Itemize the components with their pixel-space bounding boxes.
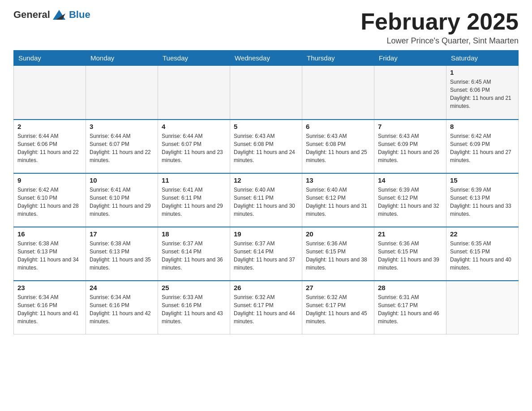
day-number: 11 bbox=[162, 176, 226, 184]
calendar-cell: 5Sunrise: 6:43 AMSunset: 6:08 PMDaylight… bbox=[230, 120, 302, 173]
calendar-cell bbox=[230, 66, 302, 120]
calendar-cell: 10Sunrise: 6:41 AMSunset: 6:10 PMDayligh… bbox=[86, 173, 158, 227]
calendar-cell: 13Sunrise: 6:40 AMSunset: 6:12 PMDayligh… bbox=[302, 173, 374, 227]
day-number: 25 bbox=[162, 284, 226, 291]
day-number: 6 bbox=[306, 123, 370, 130]
day-info: Sunrise: 6:42 AMSunset: 6:09 PMDaylight:… bbox=[450, 132, 515, 164]
calendar-cell: 22Sunrise: 6:35 AMSunset: 6:15 PMDayligh… bbox=[446, 227, 519, 281]
calendar-week-row: 23Sunrise: 6:34 AMSunset: 6:16 PMDayligh… bbox=[14, 281, 519, 334]
calendar-week-row: 2Sunrise: 6:44 AMSunset: 6:06 PMDaylight… bbox=[14, 120, 519, 173]
day-number: 13 bbox=[306, 176, 370, 184]
weekday-header-sunday: Sunday bbox=[14, 51, 86, 66]
day-info: Sunrise: 6:34 AMSunset: 6:16 PMDaylight:… bbox=[90, 293, 154, 325]
day-number: 19 bbox=[234, 230, 298, 238]
calendar-cell: 11Sunrise: 6:41 AMSunset: 6:11 PMDayligh… bbox=[158, 173, 230, 227]
calendar-cell bbox=[14, 66, 86, 120]
calendar-cell: 18Sunrise: 6:37 AMSunset: 6:14 PMDayligh… bbox=[158, 227, 230, 281]
page-header: General Blue February 2025 Lower Prince'… bbox=[13, 9, 519, 46]
page-title: February 2025 bbox=[360, 9, 519, 34]
calendar-cell: 20Sunrise: 6:36 AMSunset: 6:15 PMDayligh… bbox=[302, 227, 374, 281]
calendar-cell: 16Sunrise: 6:38 AMSunset: 6:13 PMDayligh… bbox=[14, 227, 86, 281]
day-info: Sunrise: 6:38 AMSunset: 6:13 PMDaylight:… bbox=[90, 240, 154, 272]
calendar-cell: 27Sunrise: 6:32 AMSunset: 6:17 PMDayligh… bbox=[302, 281, 374, 334]
logo-icon bbox=[53, 10, 65, 20]
day-number: 2 bbox=[17, 123, 82, 130]
calendar-cell: 26Sunrise: 6:32 AMSunset: 6:17 PMDayligh… bbox=[230, 281, 302, 334]
day-number: 4 bbox=[162, 123, 226, 130]
day-info: Sunrise: 6:36 AMSunset: 6:15 PMDaylight:… bbox=[306, 240, 370, 272]
weekday-header-friday: Friday bbox=[374, 51, 446, 66]
day-info: Sunrise: 6:35 AMSunset: 6:15 PMDaylight:… bbox=[450, 240, 515, 272]
calendar-cell: 17Sunrise: 6:38 AMSunset: 6:13 PMDayligh… bbox=[86, 227, 158, 281]
calendar-cell: 24Sunrise: 6:34 AMSunset: 6:16 PMDayligh… bbox=[86, 281, 158, 334]
calendar-cell: 19Sunrise: 6:37 AMSunset: 6:14 PMDayligh… bbox=[230, 227, 302, 281]
day-number: 10 bbox=[90, 176, 154, 184]
day-number: 24 bbox=[90, 284, 154, 291]
day-info: Sunrise: 6:40 AMSunset: 6:12 PMDaylight:… bbox=[306, 186, 370, 218]
day-info: Sunrise: 6:42 AMSunset: 6:10 PMDaylight:… bbox=[17, 186, 82, 218]
calendar-cell: 9Sunrise: 6:42 AMSunset: 6:10 PMDaylight… bbox=[14, 173, 86, 227]
day-number: 18 bbox=[162, 230, 226, 238]
day-info: Sunrise: 6:34 AMSunset: 6:16 PMDaylight:… bbox=[17, 293, 82, 325]
day-info: Sunrise: 6:44 AMSunset: 6:07 PMDaylight:… bbox=[162, 132, 226, 164]
calendar-cell bbox=[158, 66, 230, 120]
day-number: 8 bbox=[450, 123, 515, 130]
calendar-week-row: 16Sunrise: 6:38 AMSunset: 6:13 PMDayligh… bbox=[14, 227, 519, 281]
calendar-cell: 28Sunrise: 6:31 AMSunset: 6:17 PMDayligh… bbox=[374, 281, 446, 334]
calendar-cell: 12Sunrise: 6:40 AMSunset: 6:11 PMDayligh… bbox=[230, 173, 302, 227]
calendar-cell: 6Sunrise: 6:43 AMSunset: 6:08 PMDaylight… bbox=[302, 120, 374, 173]
logo: General Blue bbox=[13, 9, 90, 21]
weekday-header-wednesday: Wednesday bbox=[230, 51, 302, 66]
day-info: Sunrise: 6:37 AMSunset: 6:14 PMDaylight:… bbox=[234, 240, 298, 272]
day-number: 3 bbox=[90, 123, 154, 130]
calendar-cell: 3Sunrise: 6:44 AMSunset: 6:07 PMDaylight… bbox=[86, 120, 158, 173]
weekday-header-tuesday: Tuesday bbox=[158, 51, 230, 66]
calendar-table: SundayMondayTuesdayWednesdayThursdayFrid… bbox=[13, 50, 519, 334]
day-info: Sunrise: 6:31 AMSunset: 6:17 PMDaylight:… bbox=[378, 293, 442, 325]
calendar-week-row: 9Sunrise: 6:42 AMSunset: 6:10 PMDaylight… bbox=[14, 173, 519, 227]
title-section: February 2025 Lower Prince's Quarter, Si… bbox=[360, 9, 519, 46]
day-number: 9 bbox=[17, 176, 82, 184]
weekday-header-thursday: Thursday bbox=[302, 51, 374, 66]
weekday-header-monday: Monday bbox=[86, 51, 158, 66]
calendar-cell bbox=[86, 66, 158, 120]
calendar-header-row: SundayMondayTuesdayWednesdayThursdayFrid… bbox=[14, 51, 519, 66]
day-info: Sunrise: 6:37 AMSunset: 6:14 PMDaylight:… bbox=[162, 240, 226, 272]
day-info: Sunrise: 6:38 AMSunset: 6:13 PMDaylight:… bbox=[17, 240, 82, 272]
calendar-cell: 8Sunrise: 6:42 AMSunset: 6:09 PMDaylight… bbox=[446, 120, 519, 173]
day-number: 15 bbox=[450, 176, 515, 184]
calendar-cell: 25Sunrise: 6:33 AMSunset: 6:16 PMDayligh… bbox=[158, 281, 230, 334]
day-number: 28 bbox=[378, 284, 442, 291]
day-number: 7 bbox=[378, 123, 442, 130]
day-number: 16 bbox=[17, 230, 82, 238]
day-number: 20 bbox=[306, 230, 370, 238]
weekday-header-saturday: Saturday bbox=[446, 51, 519, 66]
calendar-cell: 1Sunrise: 6:45 AMSunset: 6:06 PMDaylight… bbox=[446, 66, 519, 120]
day-number: 14 bbox=[378, 176, 442, 184]
day-info: Sunrise: 6:40 AMSunset: 6:11 PMDaylight:… bbox=[234, 186, 298, 218]
day-info: Sunrise: 6:44 AMSunset: 6:07 PMDaylight:… bbox=[90, 132, 154, 164]
calendar-cell: 14Sunrise: 6:39 AMSunset: 6:12 PMDayligh… bbox=[374, 173, 446, 227]
day-number: 1 bbox=[450, 68, 515, 76]
day-info: Sunrise: 6:44 AMSunset: 6:06 PMDaylight:… bbox=[17, 132, 82, 164]
day-info: Sunrise: 6:43 AMSunset: 6:09 PMDaylight:… bbox=[378, 132, 442, 164]
day-number: 12 bbox=[234, 176, 298, 184]
calendar-cell bbox=[302, 66, 374, 120]
calendar-cell: 7Sunrise: 6:43 AMSunset: 6:09 PMDaylight… bbox=[374, 120, 446, 173]
calendar-cell: 23Sunrise: 6:34 AMSunset: 6:16 PMDayligh… bbox=[14, 281, 86, 334]
day-info: Sunrise: 6:33 AMSunset: 6:16 PMDaylight:… bbox=[162, 293, 226, 325]
calendar-cell bbox=[374, 66, 446, 120]
day-info: Sunrise: 6:45 AMSunset: 6:06 PMDaylight:… bbox=[450, 78, 515, 110]
day-info: Sunrise: 6:39 AMSunset: 6:12 PMDaylight:… bbox=[378, 186, 442, 218]
calendar-cell: 21Sunrise: 6:36 AMSunset: 6:15 PMDayligh… bbox=[374, 227, 446, 281]
day-number: 5 bbox=[234, 123, 298, 130]
calendar-cell: 15Sunrise: 6:39 AMSunset: 6:13 PMDayligh… bbox=[446, 173, 519, 227]
day-info: Sunrise: 6:32 AMSunset: 6:17 PMDaylight:… bbox=[306, 293, 370, 325]
calendar-cell: 2Sunrise: 6:44 AMSunset: 6:06 PMDaylight… bbox=[14, 120, 86, 173]
day-number: 22 bbox=[450, 230, 515, 238]
day-info: Sunrise: 6:32 AMSunset: 6:17 PMDaylight:… bbox=[234, 293, 298, 325]
logo-blue: Blue bbox=[69, 9, 90, 21]
day-number: 23 bbox=[17, 284, 82, 291]
day-number: 26 bbox=[234, 284, 298, 291]
calendar-cell bbox=[446, 281, 519, 334]
